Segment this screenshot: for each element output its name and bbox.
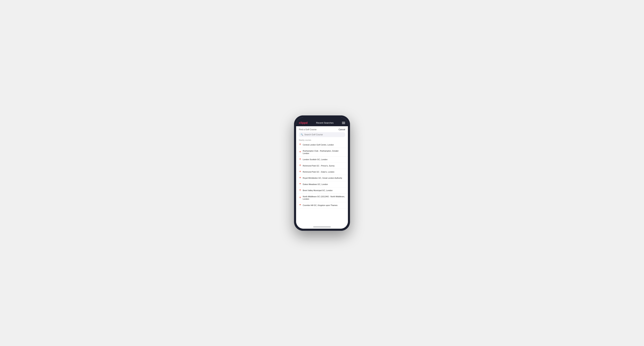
course-name: Richmond Park GC - Prince's, Surrey: [303, 165, 334, 167]
search-icon: 🔍: [301, 133, 303, 136]
pin-icon: 📍: [299, 177, 301, 179]
pin-icon: 📍: [299, 197, 301, 199]
course-name: Dukes Meadows GC, London: [303, 183, 328, 185]
list-item[interactable]: 📍 Richmond Park GC - Duke's, London: [296, 169, 348, 175]
nav-bar: clippd Recent Searches: [296, 120, 348, 126]
list-item[interactable]: 📍 Dukes Meadows GC, London: [296, 181, 348, 187]
nearby-section-label: Nearby courses: [296, 139, 348, 142]
list-item[interactable]: 📍 North Middlesex GC (1011942 - North Mi…: [296, 193, 348, 202]
list-item[interactable]: 📍 Coombe Hill GC, Kingston upon Thames: [296, 202, 348, 208]
course-name: Richmond Park GC - Duke's, London: [303, 171, 334, 173]
pin-icon: 📍: [299, 204, 301, 206]
course-name: Central London Golf Centre, London: [303, 144, 334, 146]
list-item[interactable]: 📍 Central London Golf Centre, London: [296, 142, 348, 148]
nav-title: Recent Searches: [316, 122, 334, 124]
home-bar: [313, 227, 331, 227]
list-item[interactable]: 📍 Richmond Park GC - Prince's, Surrey: [296, 163, 348, 169]
phone-screen: clippd Recent Searches Find a Golf Cours…: [296, 118, 348, 229]
course-list: 📍 Central London Golf Centre, London 📍 R…: [296, 142, 348, 225]
menu-line-3: [342, 124, 345, 124]
app-logo: clippd: [299, 121, 308, 125]
pin-icon: 📍: [299, 189, 301, 192]
course-name: North Middlesex GC (1011942 - North Midd…: [303, 195, 345, 200]
course-name: Roehampton Club - Roehampton, Greater Lo…: [303, 150, 345, 155]
home-indicator: [296, 225, 348, 229]
course-name: London Scottish GC, London: [303, 158, 328, 161]
pin-icon: 📍: [299, 151, 301, 153]
pin-icon: 📍: [299, 165, 301, 167]
pin-icon: 📍: [299, 144, 301, 146]
course-name: Royal Wimbledon GC, Great London Authori…: [303, 177, 342, 179]
cancel-button[interactable]: Cancel: [339, 128, 345, 131]
find-label: Find a Golf Course: [299, 128, 316, 131]
course-name: Brent Valley Municipal GC, London: [303, 189, 332, 192]
menu-line-1: [342, 122, 345, 122]
list-item[interactable]: 📍 London Scottish GC, London: [296, 157, 348, 163]
course-name: Coombe Hill GC, Kingston upon Thames: [303, 204, 338, 206]
search-input[interactable]: [304, 133, 343, 136]
menu-line-2: [342, 123, 345, 123]
list-item[interactable]: 📍 Brent Valley Municipal GC, London: [296, 187, 348, 193]
status-bar: [296, 118, 348, 120]
phone-device: clippd Recent Searches Find a Golf Cours…: [294, 115, 350, 231]
search-bar: 🔍: [299, 132, 345, 137]
pin-icon: 📍: [299, 159, 301, 161]
pin-icon: 📍: [299, 183, 301, 185]
pin-icon: 📍: [299, 171, 301, 173]
find-header: Find a Golf Course Cancel: [296, 126, 348, 132]
content-area: Find a Golf Course Cancel 🔍 Nearby cours…: [296, 126, 348, 225]
list-item[interactable]: 📍 Royal Wimbledon GC, Great London Autho…: [296, 175, 348, 181]
list-item[interactable]: 📍 Roehampton Club - Roehampton, Greater …: [296, 148, 348, 157]
menu-icon[interactable]: [342, 122, 345, 124]
